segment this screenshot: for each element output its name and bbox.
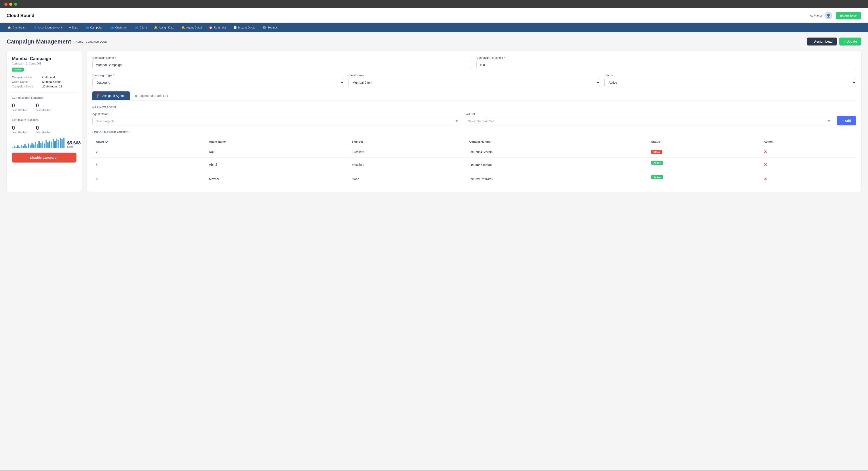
chart-bar (44, 143, 45, 148)
nav-item-client[interactable]: 👥 Client (131, 23, 150, 32)
chart-bar (21, 145, 22, 148)
cell-skill-set: Excellent (348, 146, 466, 158)
agents-table-header-row: Agent ID Agent Name Skill Set Contact Nu… (92, 137, 856, 146)
cell-agent-id: 6 (92, 172, 206, 187)
form-row-1: Campaign Name * Campaign Threshold * (92, 56, 856, 69)
agent-select-wrapper: Select Agents ▼ (92, 117, 461, 126)
close-button[interactable] (4, 3, 7, 6)
cell-action[interactable]: ✕ (760, 146, 856, 158)
nav-item-agent-detail[interactable]: 🔔 Agent Detail (178, 23, 205, 32)
user-info: Io, Mayur 👤 (809, 11, 832, 20)
nav-item-user-management[interactable]: 👤 User Management (31, 23, 65, 32)
skill-set-label: Skill Set (465, 112, 834, 116)
last-stat-2-number: 0 (36, 125, 51, 131)
required-star-2: * (504, 56, 505, 59)
delete-icon[interactable]: ✕ (764, 163, 767, 167)
upload-icon: ↑ (811, 40, 813, 43)
client-name-select[interactable]: Mumbai Client (348, 78, 600, 87)
maximize-button[interactable] (14, 3, 17, 6)
meta-label-campaign-type: Campaign Type (12, 75, 41, 79)
chart-bar (56, 139, 58, 148)
tab-uploaded-leads[interactable]: ⚙️ Uploaded Leads List (130, 92, 173, 100)
cell-agent-name: Raju (206, 146, 348, 158)
form-group-status: Status Active Inactive (604, 73, 856, 87)
main-panel: Campaign Name * Campaign Threshold * (87, 51, 861, 192)
col-contact-number: Contact Number (466, 137, 648, 146)
cell-status: Block (648, 146, 760, 158)
meta-value-campaign-since: : 2019 August 28 (41, 85, 62, 88)
add-agent-button[interactable]: + Add (837, 116, 856, 126)
col-skill-set: Skill Set (348, 137, 466, 146)
nav-item-customer[interactable]: 👥 Customer (107, 23, 131, 32)
minimize-button[interactable] (9, 3, 12, 6)
current-stat-1-number: 0 (12, 102, 27, 109)
chart-bar (53, 139, 54, 148)
update-button[interactable]: ↑ Update (839, 38, 861, 45)
nav-item-data[interactable]: ≡ Data (66, 23, 81, 32)
chart-bar (28, 143, 29, 148)
col-agent-id: Agent ID (92, 137, 206, 146)
chart-bar (51, 141, 52, 148)
sales-label: Sales (67, 145, 81, 148)
threshold-label: Campaign Threshold * (476, 56, 856, 59)
agents-table-body: 2 Raju Excellent +91 7854125896 Block ✕ … (92, 146, 856, 187)
stats-divider-2 (12, 115, 76, 115)
export-excel-button[interactable]: Export Excel (836, 12, 861, 19)
chart-bar (24, 144, 26, 148)
cell-status: Active (648, 158, 760, 172)
nav-item-dashboard[interactable]: 🏠 Dashboard (4, 23, 30, 32)
tab-assigned-agents[interactable]: 🚩 Assigned Agents (92, 92, 130, 100)
breadcrumb-current: Campaign Detail (86, 40, 107, 43)
campaign-type-select[interactable]: Outbound Inbound (92, 78, 344, 87)
current-month-stats-row: 0 Lead Handled 0 Lead Handled (12, 102, 76, 111)
threshold-input[interactable] (476, 61, 856, 69)
page-title-bar: Campaign Management Home - Campaign Deta… (7, 38, 861, 45)
chart-bar (37, 144, 38, 148)
nav-item-reminder[interactable]: ⏰ Reminder (206, 23, 229, 32)
status-label: Status (604, 73, 856, 77)
chart-bar (47, 142, 49, 148)
meta-row-client-name: Client Name : Mumbai Client (12, 80, 76, 83)
last-month-stats-row: 0 Lead Handled 0 Lead Handled (12, 125, 76, 134)
page-title-left: Campaign Management Home - Campaign Deta… (7, 38, 107, 45)
campaign-type-label: Campaign Type * (92, 73, 344, 77)
nav-item-campaign[interactable]: 👥 Campaign (82, 23, 106, 32)
assign-lead-button[interactable]: ↑ Assign Lead (807, 38, 837, 45)
agent-select[interactable]: Select Agents (92, 117, 461, 126)
page-title: Campaign Management (7, 38, 71, 45)
chart-bar (33, 144, 34, 148)
top-header: Cloud Bound Io, Mayur 👤 Export Excel (0, 8, 868, 23)
breadcrumb-home[interactable]: Home (75, 40, 83, 43)
col-status: Status (648, 137, 760, 146)
table-row: 4 Abdul Excellent +91 8547458963 Active … (92, 158, 856, 172)
status-badge-active: Active (651, 175, 663, 179)
status-select[interactable]: Active Inactive (604, 78, 856, 87)
chart-bar (60, 138, 61, 148)
nav-item-instant-quote[interactable]: 📄 Instant Quote (230, 23, 258, 32)
current-stat-2: 0 Lead Handled (36, 102, 51, 111)
nav-item-assign-data[interactable]: 🔔 Assign Data (151, 23, 178, 32)
chart-bar (30, 145, 31, 148)
cell-contact: +91 7854125896 (466, 146, 648, 158)
disable-campaign-button[interactable]: Disable Campaign (12, 153, 76, 163)
skill-set-select[interactable]: Select the Skill Set (465, 117, 834, 126)
chart-bar (16, 147, 17, 148)
cell-action[interactable]: ✕ (760, 172, 856, 187)
chart-bar (19, 147, 20, 148)
campaign-name-label: Campaign Name * (92, 56, 472, 59)
agents-table-header: Agent ID Agent Name Skill Set Contact Nu… (92, 137, 856, 146)
campaign-id: Campaign ID: Camp-001 (12, 62, 76, 65)
delete-icon[interactable]: ✕ (764, 150, 767, 154)
status-badge-block: Block (651, 150, 662, 154)
delete-icon[interactable]: ✕ (764, 177, 767, 181)
nav-item-settings[interactable]: ⚙️ Settings (259, 23, 281, 32)
chart-bar (12, 147, 13, 148)
window-chrome (0, 0, 868, 8)
table-row: 2 Raju Excellent +91 7854125896 Block ✕ (92, 146, 856, 158)
cell-action[interactable]: ✕ (760, 158, 856, 172)
campaign-name-input[interactable] (92, 61, 472, 69)
sidebar-card: Mumbai Campaign Campaign ID: Camp-001 Ac… (7, 51, 82, 192)
table-row: 6 Mazhar Good +91 3213281428 Active ✕ (92, 172, 856, 187)
form-group-threshold: Campaign Threshold * (476, 56, 856, 69)
main-nav: 🏠 Dashboard 👤 User Management ≡ Data 👥 C… (0, 23, 868, 32)
